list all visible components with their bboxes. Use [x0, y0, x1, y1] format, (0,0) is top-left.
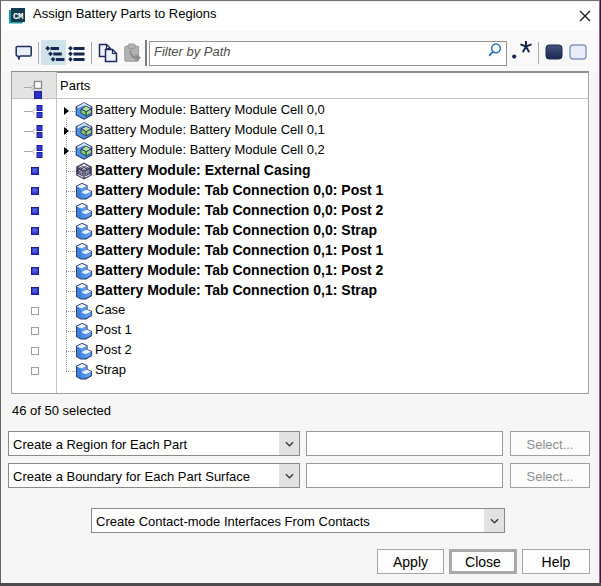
svg-text:CM: CM — [13, 12, 23, 22]
